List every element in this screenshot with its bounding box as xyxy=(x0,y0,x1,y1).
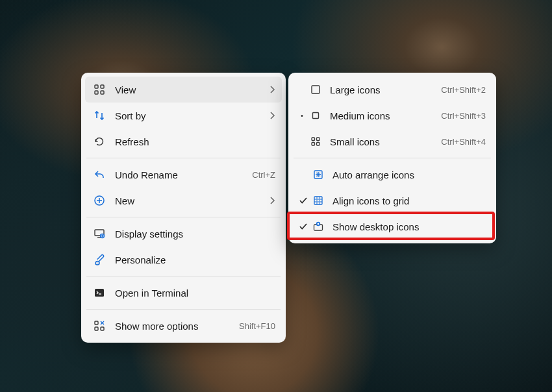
menu-item-label: View xyxy=(115,84,262,95)
svg-rect-1 xyxy=(101,85,104,88)
submenu-item-small-icons[interactable]: Small icons Ctrl+Shift+4 xyxy=(292,129,492,154)
submenu-item-large-icons[interactable]: Large icons Ctrl+Shift+2 xyxy=(292,77,492,103)
menu-item-undo-rename[interactable]: Undo Rename Ctrl+Z xyxy=(85,162,282,188)
new-plus-icon xyxy=(93,194,106,207)
menu-item-label: New xyxy=(115,195,262,206)
check-indicator xyxy=(297,196,309,205)
desktop-icons-icon xyxy=(312,220,325,233)
chevron-right-icon xyxy=(269,86,275,93)
menu-item-personalize[interactable]: Personalize xyxy=(85,247,282,273)
menu-item-refresh[interactable]: Refresh xyxy=(85,129,282,154)
svg-rect-2 xyxy=(95,91,98,94)
submenu-item-medium-icons[interactable]: • Medium icons Ctrl+Shift+3 xyxy=(292,103,492,129)
menu-item-shortcut: Ctrl+Shift+3 xyxy=(441,111,486,121)
undo-icon xyxy=(93,168,106,181)
submenu-item-auto-arrange[interactable]: Auto arrange icons xyxy=(292,162,492,188)
svg-rect-13 xyxy=(312,138,315,141)
menu-item-label: Align icons to grid xyxy=(332,195,486,206)
terminal-icon xyxy=(93,286,106,299)
menu-item-label: Large icons xyxy=(330,84,434,95)
menu-item-label: Show desktop icons xyxy=(332,221,486,232)
menu-item-open-in-terminal[interactable]: Open in Terminal xyxy=(85,280,282,306)
menu-separator xyxy=(86,217,281,217)
svg-rect-14 xyxy=(317,138,320,141)
menu-separator xyxy=(86,158,281,158)
align-grid-icon xyxy=(312,194,325,207)
menu-item-label: Display settings xyxy=(115,228,275,239)
check-indicator xyxy=(297,222,309,231)
menu-item-sort-by[interactable]: Sort by xyxy=(85,103,282,129)
svg-rect-10 xyxy=(101,327,104,330)
menu-item-show-more-options[interactable]: Show more options Shift+F10 xyxy=(85,313,282,339)
view-submenu: Large icons Ctrl+Shift+2 • Medium icons … xyxy=(288,73,496,243)
auto-arrange-icon xyxy=(312,168,325,181)
menu-item-label: Show more options xyxy=(115,321,232,332)
svg-rect-8 xyxy=(95,321,98,325)
svg-rect-16 xyxy=(317,143,320,146)
menu-item-view[interactable]: View xyxy=(85,77,282,103)
large-icons-icon xyxy=(309,83,322,96)
svg-point-21 xyxy=(318,223,320,225)
svg-rect-12 xyxy=(313,113,319,119)
menu-item-shortcut: Ctrl+Shift+4 xyxy=(441,137,486,147)
svg-rect-3 xyxy=(101,91,104,94)
svg-rect-0 xyxy=(95,85,98,88)
menu-item-label: Sort by xyxy=(115,110,262,121)
view-grid-icon xyxy=(93,83,106,96)
menu-item-new[interactable]: New xyxy=(85,188,282,214)
chevron-right-icon xyxy=(269,112,275,119)
svg-rect-7 xyxy=(95,289,104,297)
radio-indicator: • xyxy=(297,112,307,119)
desktop-context-menu: View Sort by Refresh xyxy=(81,73,286,343)
menu-separator xyxy=(86,309,281,310)
menu-item-display-settings[interactable]: Display settings xyxy=(85,221,282,247)
chevron-right-icon xyxy=(269,197,275,204)
menu-item-label: Medium icons xyxy=(330,110,434,121)
refresh-icon xyxy=(93,135,106,148)
menu-item-shortcut: Ctrl+Shift+2 xyxy=(441,85,486,95)
menu-item-label: Auto arrange icons xyxy=(332,169,486,180)
svg-rect-15 xyxy=(312,143,315,146)
submenu-item-align-to-grid[interactable]: Align icons to grid xyxy=(292,188,492,214)
svg-rect-18 xyxy=(314,197,322,204)
sort-icon xyxy=(93,109,106,122)
medium-icons-icon xyxy=(309,109,322,122)
menu-item-label: Personalize xyxy=(115,254,275,265)
submenu-item-show-desktop-icons[interactable]: Show desktop icons xyxy=(292,214,492,239)
svg-rect-9 xyxy=(95,327,98,330)
menu-item-shortcut: Ctrl+Z xyxy=(252,170,275,180)
personalize-brush-icon xyxy=(93,253,106,266)
small-icons-icon xyxy=(309,135,322,148)
more-options-icon xyxy=(93,319,106,332)
menu-item-label: Small icons xyxy=(330,136,434,147)
menu-item-label: Open in Terminal xyxy=(115,288,275,299)
menu-item-label: Refresh xyxy=(115,136,275,147)
display-settings-icon xyxy=(93,227,106,240)
menu-item-shortcut: Shift+F10 xyxy=(239,321,275,331)
menu-separator xyxy=(294,158,491,158)
menu-separator xyxy=(86,276,281,276)
menu-item-label: Undo Rename xyxy=(115,169,245,180)
svg-rect-11 xyxy=(312,86,320,93)
